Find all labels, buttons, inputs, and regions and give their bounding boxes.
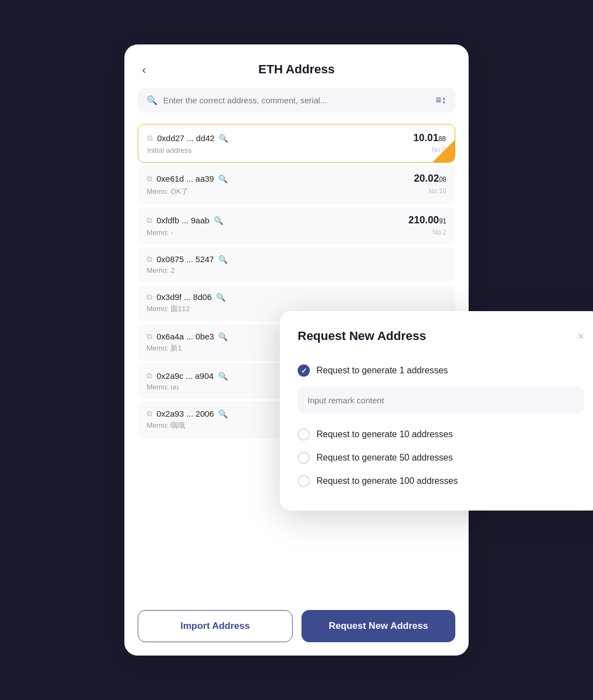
request-new-address-modal: Request New Address × ✓ Request to gener… [280,311,593,511]
request-new-address-button[interactable]: Request New Address [301,610,455,642]
address-item[interactable]: ⧉ 0xfdfb ... 9aab 🔍 210.0091 Memo: - No.… [138,207,455,244]
radio-circle: ✓ [298,364,310,377]
address-text: 0x6a4a ... 0be3 [157,332,214,341]
radio-circle [298,452,310,464]
address-text: 0x0875 ... 5247 [157,254,214,264]
copy-icon[interactable]: ⧉ [147,133,153,143]
memo-text: Memo: OK了 [147,187,188,197]
copy-icon[interactable]: ⧉ [147,292,152,302]
copy-icon[interactable]: ⧉ [147,332,152,341]
back-button[interactable]: ‹ [138,61,150,78]
radio-check-icon: ✓ [301,367,307,375]
address-item[interactable]: ⧉ 0xe61d ... aa39 🔍 20.0208 Memo: OK了 No… [138,165,455,204]
selected-corner [433,140,455,162]
copy-icon[interactable]: ⧉ [147,174,152,183]
search-address-icon[interactable]: 🔍 [214,216,223,225]
amount-small: 91 [439,217,446,225]
search-address-icon[interactable]: 🔍 [218,174,228,183]
modal-close-button[interactable]: × [577,331,584,342]
modal-wrapper: Request New Address × ✓ Request to gener… [280,311,593,511]
memo-text: Memo: 2 [147,266,175,274]
radio-label: Request to generate 50 addresses [316,453,453,463]
address-text: 0x2a93 ... 2006 [157,409,214,418]
radio-option[interactable]: Request to generate 100 addresses [298,469,584,493]
filter-icon[interactable]: ≡↕ [435,94,446,106]
amount-container: 20.0208 [414,173,446,184]
remark-input[interactable] [298,387,584,414]
address-text: 0xfdfb ... 9aab [157,216,209,225]
radio-label: Request to generate 100 addresses [316,476,458,486]
radio-option[interactable]: ✓ Request to generate 1 addresses [298,359,584,382]
page-title: ETH Address [258,62,334,77]
header: ‹ ETH Address [124,44,469,88]
search-icon: 🔍 [147,95,158,106]
search-address-icon[interactable]: 🔍 [218,255,228,264]
modal-options: ✓ Request to generate 1 addresses Reques… [298,359,584,493]
amount-small: 08 [439,176,446,183]
memo-text: Memo: 圆112 [147,304,190,314]
radio-circle [298,428,310,441]
memo-text: Memo: uu [147,383,179,391]
bottom-buttons: Import Address Request New Address [124,597,469,656]
modal-title: Request New Address [298,329,426,343]
search-address-icon[interactable]: 🔍 [218,372,228,381]
search-bar: 🔍 ≡↕ [138,88,455,113]
memo-text: Memo: 新1 [147,343,182,353]
amount-big: 210.0091 [409,214,446,226]
copy-icon[interactable]: ⧉ [147,371,152,381]
radio-circle [298,475,310,487]
address-text: 0xe61d ... aa39 [157,174,214,183]
search-address-icon[interactable]: 🔍 [219,134,228,143]
radio-option[interactable]: Request to generate 10 addresses [298,423,584,446]
modal-header: Request New Address × [298,329,584,343]
radio-label: Request to generate 1 addresses [316,366,448,376]
memo-text: Memo: - [147,228,173,237]
main-card: ‹ ETH Address 🔍 ≡↕ ⧉ 0xdd27 ... dd42 🔍 1… [124,44,469,656]
address-text: 0xdd27 ... dd42 [157,133,214,143]
address-item[interactable]: ⧉ 0x0875 ... 5247 🔍 Memo: 2 [138,247,455,282]
search-address-icon[interactable]: 🔍 [216,293,225,302]
amount-container: 210.0091 [409,214,446,226]
copy-icon[interactable]: ⧉ [147,409,152,418]
copy-icon[interactable]: ⧉ [147,216,152,225]
import-address-button[interactable]: Import Address [138,610,293,642]
memo-text: Initial address [147,146,192,154]
search-input[interactable] [163,96,430,105]
search-address-icon[interactable]: 🔍 [218,409,228,418]
address-text: 0x3d9f ... 8d06 [157,292,212,302]
memo-text: Memo: 哦哦 [147,421,185,431]
address-text: 0x2a9c ... a904 [157,371,214,381]
radio-label: Request to generate 10 addresses [316,429,453,439]
radio-option[interactable]: Request to generate 50 addresses [298,446,584,469]
no-text: No.10 [429,187,446,195]
address-item[interactable]: ⧉ 0xdd27 ... dd42 🔍 10.0188 Initial addr… [138,124,455,163]
copy-icon[interactable]: ⧉ [147,254,152,264]
no-text: No.2 [433,228,446,236]
search-address-icon[interactable]: 🔍 [218,332,228,341]
amount-big: 20.0208 [414,173,446,184]
